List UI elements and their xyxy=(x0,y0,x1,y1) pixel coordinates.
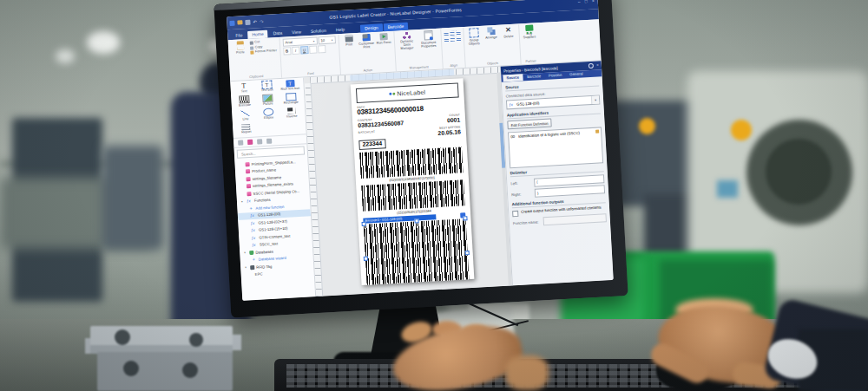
tab-design[interactable]: Design xyxy=(360,23,383,32)
minimize-button[interactable]: – xyxy=(578,0,581,3)
barcode-3-selection[interactable]: Barcode3 - GS1-128-(00) xyxy=(363,212,469,284)
app-icon xyxy=(229,20,234,25)
paste-button[interactable]: Paste xyxy=(233,41,248,55)
undo-icon[interactable]: ↶ xyxy=(253,19,257,24)
font-color-button[interactable] xyxy=(309,46,317,54)
resize-handle[interactable] xyxy=(362,222,366,226)
resize-handle[interactable] xyxy=(463,216,467,220)
buy-supplies-icon xyxy=(525,25,533,31)
save-icon[interactable] xyxy=(245,19,250,24)
application-identifier-list[interactable]: 00 Identification of a logistic unit (SS… xyxy=(508,127,603,168)
tool-report[interactable]: Report xyxy=(234,123,258,135)
open-icon[interactable] xyxy=(237,20,242,24)
align-text-button[interactable] xyxy=(318,45,326,53)
align-top-icon[interactable] xyxy=(444,37,448,42)
left-delimiter-label: Left: xyxy=(510,180,531,186)
warning-light xyxy=(731,120,752,140)
inverse-tool-icon xyxy=(287,108,295,114)
tool-line[interactable]: Line xyxy=(233,109,257,121)
align-center-icon[interactable] xyxy=(450,31,454,36)
tab-solution[interactable]: Solution xyxy=(306,27,332,36)
left-hand xyxy=(375,321,540,391)
delete-button[interactable]: ✕Delete xyxy=(501,26,516,39)
align-bottom-icon[interactable] xyxy=(456,36,460,41)
redo-icon[interactable]: ↷ xyxy=(260,18,264,23)
tool-text-box[interactable]: TText box xyxy=(255,81,279,93)
edit-function-definition-button[interactable]: Edit Function Definition xyxy=(507,119,552,130)
run-form-button[interactable]: Run Form xyxy=(376,33,391,45)
ribbon-group-objects: Group Objects Arrange ✕Delete Objects xyxy=(464,24,521,68)
tool-picture[interactable]: Picture xyxy=(256,94,279,107)
tool-barcode[interactable]: Barcode xyxy=(233,95,256,108)
tab-home[interactable]: Home xyxy=(247,30,268,39)
search-input[interactable] xyxy=(240,147,302,157)
right-delimiter-input[interactable] xyxy=(535,186,605,199)
app-window: ↶ ↷ GS1 Logistic Label Creator - NiceLab… xyxy=(227,0,614,301)
ribbon-group-clipboard: Paste Cut Copy Format Painter Clipboard xyxy=(230,38,282,81)
resize-handle[interactable] xyxy=(414,218,418,223)
copy-icon xyxy=(250,46,253,49)
close-icon[interactable]: × xyxy=(596,63,599,68)
italic-button[interactable]: I xyxy=(292,47,299,55)
unformatted-contents-checkbox[interactable] xyxy=(512,211,518,217)
tool-text[interactable]: TText xyxy=(232,82,255,94)
print-button[interactable]: Print xyxy=(341,35,357,47)
align-middle-icon[interactable] xyxy=(450,37,454,42)
label-document[interactable]: NiceLabel SSCC 038312345600000018 CONTEN… xyxy=(351,78,475,285)
plus-icon: + xyxy=(253,257,257,263)
rfid-icon xyxy=(250,265,254,270)
paste-icon xyxy=(236,41,244,49)
barcode-3[interactable] xyxy=(364,218,470,284)
bold-button[interactable]: B xyxy=(283,47,291,55)
tool-inverse[interactable]: Inverse xyxy=(279,107,303,119)
arrange-button[interactable]: Arrange xyxy=(483,27,499,40)
function-icon: ƒx xyxy=(252,243,258,247)
batch-value[interactable]: 223344 xyxy=(358,139,385,149)
dynamic-data-manager-button[interactable]: Dynamic Data Manager xyxy=(397,31,417,50)
resize-handle[interactable] xyxy=(465,251,470,255)
tab-barcode[interactable]: Barcode xyxy=(383,23,408,32)
pin-icon[interactable] xyxy=(589,63,594,68)
underline-button[interactable]: U xyxy=(300,46,308,54)
design-canvas[interactable]: NiceLabel SSCC 038312345600000018 CONTEN… xyxy=(304,67,512,297)
resize-handle[interactable] xyxy=(364,257,368,261)
align-right-icon[interactable] xyxy=(456,30,460,35)
close-button[interactable]: × xyxy=(592,0,595,3)
customize-print-button[interactable]: Customize Print xyxy=(358,34,374,49)
machine-grey-left xyxy=(102,146,163,250)
document-properties-icon xyxy=(424,30,433,41)
document-properties-button[interactable]: Document Properties xyxy=(418,30,438,49)
align-left-icon[interactable] xyxy=(444,31,448,36)
dynamic-data-tab-icon[interactable] xyxy=(247,140,253,145)
maximize-button[interactable]: □ xyxy=(585,0,588,3)
tab-view[interactable]: View xyxy=(287,28,306,36)
tab-data[interactable]: Data xyxy=(268,29,286,37)
font-size-select[interactable]: 10▾ xyxy=(318,36,335,44)
customize-print-icon xyxy=(362,34,370,41)
variable-icon xyxy=(246,177,250,181)
tool-ellipse[interactable]: Ellipse xyxy=(257,108,280,121)
group-objects-button[interactable]: Group Objects xyxy=(466,28,482,46)
tool-rich-text-box[interactable]: TRich text box xyxy=(279,80,302,92)
layers-tab-icon[interactable] xyxy=(257,139,262,144)
format-painter-button[interactable]: Format Painter xyxy=(250,49,277,55)
chevron-down-icon: ▾ xyxy=(332,38,333,42)
toolbox-panel: TText TText box TRich text box Barcode P… xyxy=(230,77,316,300)
print-icon xyxy=(345,35,352,42)
tab-file[interactable]: File xyxy=(231,31,247,40)
chevron-down-icon: ▾ xyxy=(313,39,315,42)
window-title: GS1 Logistic Label Creator - NiceLabel D… xyxy=(329,7,462,20)
metal-fixture xyxy=(85,321,243,391)
solution-explorer-tab-icon[interactable] xyxy=(238,140,243,146)
history-tab-icon[interactable] xyxy=(266,139,272,144)
chevron-down-icon: ▾ xyxy=(591,96,599,104)
chevron-down-icon: ▾ xyxy=(244,251,247,255)
buy-supplies-button[interactable]: Buy Supplies xyxy=(522,24,537,39)
edit-icon[interactable] xyxy=(595,129,599,133)
function-name-label: Function name: xyxy=(513,219,541,225)
tab-help[interactable]: Help xyxy=(332,25,350,34)
function-name-input[interactable] xyxy=(543,213,607,225)
best-before-value[interactable]: 20.05.16 xyxy=(437,129,461,137)
tool-rectangle[interactable]: Rectangle xyxy=(279,93,302,105)
ribbon-group-font: Arial▾ 10▾ B I U Font xyxy=(279,35,340,78)
